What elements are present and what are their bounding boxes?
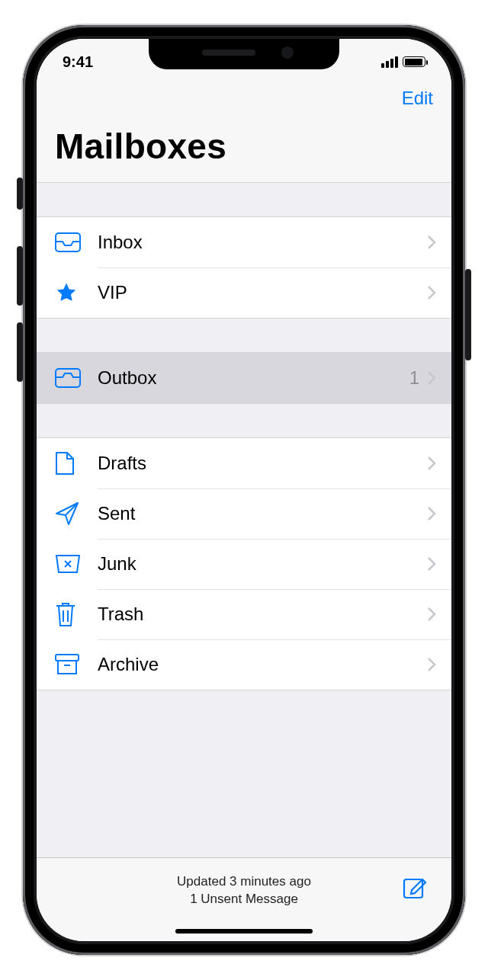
section-gap (37, 319, 451, 352)
star-icon (55, 281, 98, 304)
chevron-right-icon (427, 235, 436, 250)
hw-volume-up (17, 246, 23, 306)
archive-icon (55, 654, 98, 675)
inbox-icon (55, 232, 98, 252)
section-gap (37, 404, 451, 437)
mailbox-section-2: Outbox 1 (37, 352, 451, 404)
section-gap (37, 183, 451, 216)
status-time: 9:41 (63, 53, 131, 71)
hw-silence-switch (17, 178, 23, 210)
mailbox-row-archive[interactable]: Archive (37, 639, 451, 690)
compose-button[interactable] (401, 872, 432, 902)
notch (149, 39, 339, 69)
toolbar-unsent: 1 Unsent Message (56, 891, 432, 908)
mailbox-row-vip[interactable]: VIP (37, 267, 451, 318)
mailbox-count: 1 (409, 367, 419, 389)
mailbox-label: Inbox (98, 232, 427, 253)
chevron-right-icon (427, 285, 436, 300)
chevron-right-icon (427, 456, 436, 471)
cell-signal-icon (381, 56, 398, 68)
mailbox-section-1: Inbox VIP (37, 216, 451, 319)
mailbox-row-trash[interactable]: Trash (37, 589, 451, 639)
toolbar: Updated 3 minutes ago 1 Unsent Message (37, 857, 451, 941)
mailbox-label: Drafts (98, 453, 427, 474)
svg-rect-2 (56, 655, 79, 661)
page-title: Mailboxes (37, 121, 451, 182)
mailbox-section-3: Drafts Sent Junk (37, 437, 451, 690)
mailbox-label: Archive (98, 654, 427, 675)
mailbox-row-inbox[interactable]: Inbox (37, 217, 451, 267)
nav-bar: Edit (37, 75, 451, 121)
mailbox-label: Outbox (98, 367, 409, 389)
hw-side-button (465, 269, 471, 360)
chevron-right-icon (427, 607, 436, 622)
home-indicator (175, 929, 313, 934)
mailbox-label: Junk (98, 553, 427, 575)
outbox-icon (55, 368, 98, 388)
toolbar-updated: Updated 3 minutes ago (56, 873, 432, 891)
chevron-right-icon (427, 370, 436, 386)
screen: 9:41 Edit Mailboxes (37, 39, 451, 941)
junk-icon (55, 554, 98, 574)
chevron-right-icon (427, 657, 436, 672)
chevron-right-icon (427, 556, 436, 572)
mailbox-label: VIP (98, 282, 427, 303)
trash-icon (55, 601, 98, 627)
edit-button[interactable]: Edit (402, 88, 433, 109)
mailbox-label: Sent (98, 503, 427, 524)
battery-icon (403, 56, 425, 67)
device-frame: 9:41 Edit Mailboxes (23, 25, 465, 955)
mailbox-row-outbox[interactable]: Outbox 1 (37, 353, 451, 403)
hw-volume-down (17, 322, 23, 382)
document-icon (55, 451, 98, 476)
mailbox-label: Trash (98, 604, 427, 625)
mailbox-row-junk[interactable]: Junk (37, 539, 451, 589)
mailbox-row-drafts[interactable]: Drafts (37, 438, 451, 488)
mailbox-row-sent[interactable]: Sent (37, 488, 451, 539)
paper-plane-icon (55, 501, 98, 526)
chevron-right-icon (427, 506, 436, 521)
toolbar-status: Updated 3 minutes ago 1 Unsent Message (56, 873, 432, 908)
